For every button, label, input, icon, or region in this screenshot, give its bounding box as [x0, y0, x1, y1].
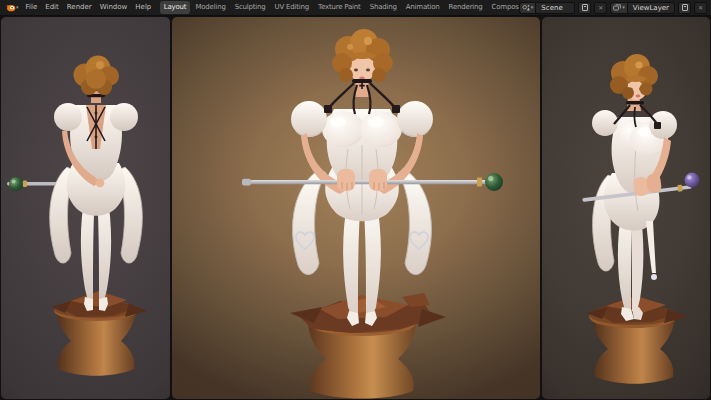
scene-viewlayer-cluster: ▾ Scene ✕ ▾ ViewLayer ✕ — [519, 2, 711, 14]
new-scene-button[interactable] — [578, 2, 591, 14]
topbar: ▾ File Edit Render Window Help Layout Mo… — [0, 0, 711, 16]
view-layer-selector: ▾ ViewLayer — [610, 2, 675, 14]
scene-selector: ▾ Scene — [519, 2, 576, 14]
unlink-icon: ✕ — [598, 4, 603, 11]
browse-view-layer-button[interactable]: ▾ — [610, 2, 627, 14]
dropdown-caret-icon: ▾ — [531, 5, 534, 10]
browse-scene-button[interactable]: ▾ — [519, 2, 536, 14]
tab-rendering[interactable]: Rendering — [445, 1, 487, 14]
menu-render[interactable]: Render — [63, 0, 96, 15]
tab-animation[interactable]: Animation — [402, 1, 444, 14]
tab-compositing[interactable]: Compositing — [488, 1, 519, 14]
tab-sculpting[interactable]: Sculpting — [231, 1, 270, 14]
viewport-back-view[interactable] — [1, 17, 170, 399]
menu-window[interactable]: Window — [96, 0, 132, 15]
tab-uv-editing[interactable]: UV Editing — [271, 1, 314, 14]
tab-texture-paint[interactable]: Texture Paint — [314, 1, 365, 14]
scene-name-field[interactable]: Scene — [535, 2, 575, 14]
tab-shading[interactable]: Shading — [366, 1, 401, 14]
new-page-icon — [582, 4, 588, 11]
workspace-tabs: Layout Modeling Sculpting UV Editing Tex… — [159, 1, 519, 14]
view-layer-name-field[interactable]: ViewLayer — [627, 2, 675, 14]
tab-modeling[interactable]: Modeling — [191, 1, 229, 14]
menu-file[interactable]: File — [22, 0, 42, 15]
menu-edit[interactable]: Edit — [41, 0, 63, 15]
blender-menu-button[interactable]: ▾ — [0, 2, 22, 13]
new-view-layer-button[interactable] — [678, 2, 691, 14]
unlink-scene-button[interactable]: ✕ — [594, 2, 607, 14]
figurine-side-render — [542, 17, 710, 399]
blender-logo-icon — [5, 2, 16, 13]
figurine-front-render — [172, 17, 540, 399]
chevron-down-icon: ▾ — [16, 5, 19, 10]
menu-bar: File Edit Render Window Help — [22, 0, 156, 15]
menu-help[interactable]: Help — [131, 0, 155, 15]
scene-icon — [522, 4, 530, 12]
figurine-back-render — [1, 17, 170, 399]
view-layer-icon — [613, 4, 621, 12]
new-page-icon — [682, 4, 688, 11]
unlink-view-layer-button[interactable]: ✕ — [694, 2, 707, 14]
viewport-front-view[interactable] — [172, 17, 540, 399]
unlink-icon: ✕ — [698, 4, 703, 11]
dropdown-caret-icon: ▾ — [622, 5, 625, 10]
tab-layout[interactable]: Layout — [160, 1, 191, 14]
blender-window: { "app": { "title": "Blender" }, "topbar… — [0, 0, 711, 400]
viewport-three-quarter-view[interactable] — [542, 17, 710, 399]
